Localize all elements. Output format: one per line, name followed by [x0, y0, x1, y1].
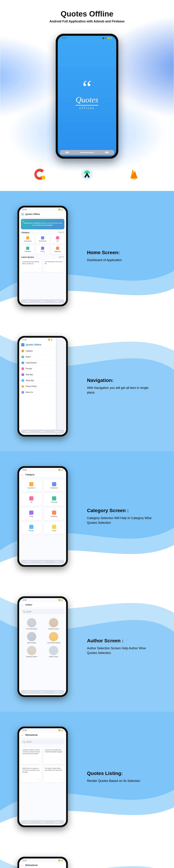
section-heading: Home Screen:: [87, 250, 157, 255]
category-chip[interactable]: Family: [44, 522, 65, 534]
quote-mark-icon: “: [22, 220, 24, 225]
tech-stack-row: [0, 167, 174, 181]
search-icon: 🔍: [23, 741, 25, 743]
category-chip[interactable]: Inspirational: [21, 235, 34, 244]
app-bar: Quotes Offline: [19, 211, 66, 217]
favorite-icon[interactable]: ♡: [61, 760, 63, 762]
category-phone-mockup: 12:02📶 🔋 Category InspirationalMotivatio…: [18, 466, 68, 567]
quote-card[interactable]: I will have nought to do with a man who …: [21, 747, 42, 764]
app-bar-title: Quotes Offline: [25, 213, 40, 215]
avatar: [27, 618, 36, 627]
section-home: Home Screen: Dashboard of Application 12…: [0, 191, 174, 321]
quote-card[interactable]: You have to dream before your dreams can…: [44, 766, 65, 782]
favorite-icon[interactable]: ♡: [61, 268, 63, 270]
app-logo-icon: “: [21, 343, 24, 346]
app-splash-logo: “ Quotes offline: [58, 40, 116, 150]
quote-card[interactable]: A person's true wealth will reveal itsel…: [44, 747, 65, 764]
category-chip[interactable]: Motivational: [44, 479, 65, 492]
nav-phone-mockup: 12:02📶 🔋 “ Quotes Offline CategoryAuthor…: [18, 336, 68, 437]
firebase-icon: [127, 167, 141, 181]
avatar: [49, 646, 58, 655]
section-heading: Quotes Listing:: [87, 771, 157, 776]
avatar: [27, 646, 36, 655]
admob-icon: [33, 167, 47, 181]
favorite-icon[interactable]: ♡: [39, 778, 40, 781]
drawer-item[interactable]: Category: [19, 348, 56, 354]
category-chip[interactable]: Friendship: [21, 245, 34, 254]
category-chip[interactable]: Life: [21, 494, 42, 506]
status-bar: 12:02 ⬤ ▸ ▾ 📶 🔋: [58, 36, 116, 40]
android-studio-icon: [80, 167, 94, 181]
author-phone-mockup: 12:02📶 🔋 Author 🔍Search APJ Abdul KalamA…: [18, 596, 68, 697]
featured-quote-card[interactable]: “ "Spread love everywhere you go. Let no…: [21, 219, 65, 229]
author-item[interactable]: APJ Abdul Kalam: [22, 618, 42, 630]
section-author: 12:02📶 🔋 Author 🔍Search APJ Abdul KalamA…: [0, 582, 174, 712]
category-chip[interactable]: Motivational: [36, 235, 49, 244]
category-chip[interactable]: Funny: [21, 508, 42, 520]
author-item[interactable]: Abraham Lincoln: [44, 618, 63, 630]
quote-card[interactable]: I saw that you were perfect, and so I lo…: [21, 259, 42, 272]
search-input[interactable]: 🔍Search: [21, 609, 65, 614]
category-chip[interactable]: Inspirational: [21, 479, 42, 492]
category-chip[interactable]: Happiness: [44, 508, 65, 520]
section-heading: Navigation:: [87, 378, 157, 383]
quote-card[interactable]: The best thing to hold onto in life♡: [43, 259, 65, 272]
hero-title: Quotes Offline: [0, 9, 174, 18]
avatar: [27, 632, 36, 641]
home-phone-mockup: 12:02📶 🔋 Quotes Offline “ "Spread love e…: [18, 206, 68, 306]
back-icon[interactable]: [21, 734, 24, 736]
quote-mark-icon: “: [82, 81, 92, 95]
search-input[interactable]: 🔍Search: [21, 739, 65, 744]
section-body: Dashboard of Application: [87, 258, 157, 262]
view-all-link[interactable]: View All: [59, 231, 64, 234]
category-chip[interactable]: Success: [21, 522, 42, 534]
favorite-icon[interactable]: ♡: [39, 268, 41, 270]
favorite-icon[interactable]: ♡: [61, 778, 63, 781]
section-listing: Quotes Listing: Render Quotes Based on I…: [0, 712, 174, 842]
drawer-item[interactable]: Favorite: [19, 366, 56, 372]
category-chip[interactable]: Friendship: [44, 494, 65, 506]
section-detail: 12:02📶 🔋 Motivational 1 / 6 “ I will hav…: [0, 842, 174, 868]
hamburger-icon[interactable]: [21, 213, 24, 215]
avatar: [49, 632, 58, 641]
detail-phone-mockup: 12:02📶 🔋 Motivational 1 / 6 “ I will hav…: [18, 857, 68, 868]
section-heading: Category Screen :: [87, 508, 157, 513]
author-item[interactable]: Mahatma Gandhi: [22, 646, 42, 657]
hero-subtitle: Android Full Application with Admob and …: [0, 20, 174, 23]
category-chip[interactable]: Life: [51, 235, 65, 244]
drawer-item[interactable]: Privacy Policy: [19, 383, 56, 390]
back-icon[interactable]: [21, 604, 24, 606]
section-heading: Author Screen :: [87, 638, 157, 644]
drawer-item[interactable]: Rate App: [19, 372, 56, 378]
favorite-icon[interactable]: ♡: [39, 760, 40, 762]
section-navigation: 12:02📶 🔋 “ Quotes Offline CategoryAuthor…: [0, 321, 174, 452]
navigation-drawer: 12:02📶 🔋 “ Quotes Offline CategoryAuthor…: [19, 338, 56, 435]
author-item[interactable]: Lord Gautam Buddha: [44, 632, 63, 644]
section-body: Render Quotes Based on Its Selection: [87, 779, 157, 783]
avatar: [49, 618, 58, 627]
category-chip[interactable]: Funny: [36, 245, 49, 254]
hero-phone-mockup: 12:02 ⬤ ▸ ▾ 📶 🔋 “ Quotes offline: [56, 34, 118, 159]
quote-card[interactable]: What it lies in our power to do, it lies…: [21, 766, 42, 782]
view-all-link[interactable]: View All: [59, 256, 64, 258]
author-item[interactable]: Mother Teresa: [44, 646, 63, 657]
back-icon[interactable]: [21, 473, 24, 476]
back-icon[interactable]: [21, 864, 24, 866]
search-icon: 🔍: [23, 611, 25, 613]
android-nav-bar: [60, 150, 114, 155]
drawer-item[interactable]: Latest Quotes: [19, 360, 56, 366]
listing-phone-mockup: 12:02📶 🔋 Motivational 🔍Search I will hav…: [18, 726, 68, 827]
drawer-item[interactable]: Share App: [19, 378, 56, 383]
category-chip[interactable]: Happiness: [51, 245, 65, 254]
section-body: Author Selection Screen Help Author Wise…: [87, 646, 157, 655]
author-item[interactable]: Albert Einstein: [22, 632, 42, 644]
section-body: Category Selection Will Help In Category…: [87, 516, 157, 525]
drawer-item[interactable]: Author: [19, 354, 56, 360]
hero-section: Quotes Offline Android Full Application …: [0, 0, 174, 191]
section-body: With Navigation you will get all item in…: [87, 385, 157, 395]
drawer-item[interactable]: About Us: [19, 390, 56, 395]
section-category: Category Screen : Category Selection Wil…: [0, 452, 174, 582]
svg-point-0: [42, 176, 45, 180]
